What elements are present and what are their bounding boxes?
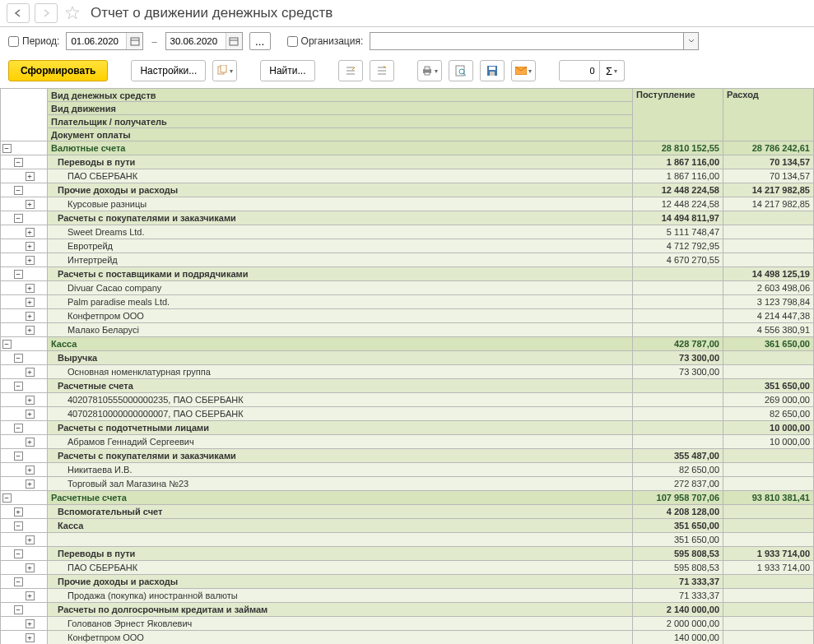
print-button[interactable] [417,60,442,81]
data-row[interactable]: −Расчеты с подотчетными лицами10 000,00 [1,421,814,435]
name-cell: Sweet Dreams Ltd. [48,225,633,239]
settings-button[interactable]: Настройки... [131,60,206,81]
data-row[interactable]: +40207810555000000235, ПАО СБЕРБАНК269 0… [1,393,814,407]
data-row[interactable]: +Конфетпром ООО140 000,00 [1,631,814,645]
data-row[interactable]: +Торговый зал Магазина №23272 837,00 [1,477,814,491]
data-row[interactable]: −Переводы в пути595 808,531 933 714,00 [1,547,814,561]
tree-toggle[interactable]: + [26,326,35,335]
name-cell: Переводы в пути [48,547,633,561]
tree-toggle[interactable]: − [14,549,23,558]
preview-button[interactable] [449,60,473,81]
data-row[interactable]: −Расчеты с покупателями и заказчиками14 … [1,211,814,225]
sum-button[interactable]: Σ [600,60,625,81]
data-row[interactable]: −Расчеты по долгосрочным кредитам и займ… [1,603,814,617]
num-input[interactable] [559,60,600,81]
org-checkbox[interactable] [287,36,298,47]
tree-toggle[interactable]: − [14,158,23,167]
data-row[interactable]: +Palm paradise meals Ltd.3 123 798,84 [1,295,814,309]
data-row[interactable]: +Основная номенклатурная группа73 300,00 [1,365,814,379]
date-to-input[interactable] [166,35,226,48]
tree-toggle[interactable]: − [14,452,23,461]
tree-toggle[interactable]: + [26,480,35,489]
tree-toggle[interactable]: + [26,256,35,265]
tree-toggle[interactable]: + [26,228,35,237]
data-row[interactable]: −Прочие доходы и расходы12 448 224,5814 … [1,183,814,197]
data-row[interactable]: +Евротрейд4 712 792,95 [1,239,814,253]
tree-toggle[interactable]: + [26,563,35,572]
tree-toggle[interactable]: + [26,591,35,600]
tree-toggle[interactable]: − [14,577,23,586]
back-button[interactable] [7,3,30,23]
tree-toggle[interactable]: − [2,144,12,153]
period-more-button[interactable]: ... [249,32,271,50]
tree-toggle[interactable]: + [26,312,35,321]
tree-toggle[interactable]: + [26,368,35,377]
tree-toggle[interactable]: + [26,298,35,307]
email-button[interactable] [511,60,536,81]
favorite-button[interactable] [63,3,82,23]
tree-toggle[interactable]: − [14,424,23,433]
data-row[interactable]: +Конфетпром ООО4 214 447,38 [1,309,814,323]
save-button[interactable] [480,60,505,81]
data-row[interactable]: +40702810000000000007, ПАО СБЕРБАНК82 65… [1,407,814,421]
tree-toggle[interactable]: + [26,172,35,181]
data-row[interactable]: −Расчеты с покупателями и заказчиками355… [1,449,814,463]
date-from-picker-button[interactable] [126,33,142,49]
data-row[interactable]: −Касса428 787,00361 650,00 [1,337,814,351]
data-row[interactable]: +Голованов Эрнест Яковлевич2 000 000,00 [1,617,814,631]
data-row[interactable]: −Валютные счета28 810 152,5528 786 242,6… [1,141,814,155]
period-checkbox[interactable] [8,36,19,47]
data-row[interactable]: +Малако Беларусі4 556 380,91 [1,323,814,337]
data-row[interactable]: −Расчеты с поставщиками и подрядчиками14… [1,267,814,281]
forward-button[interactable] [35,3,58,23]
variants-button[interactable] [212,60,237,81]
tree-toggle[interactable]: − [14,270,23,279]
tree-toggle[interactable]: − [2,340,12,349]
data-row[interactable]: +Никитаева И.В.82 650,00 [1,463,814,477]
tree-toggle[interactable]: + [26,466,35,475]
tree-toggle[interactable]: + [26,633,35,642]
date-from-input[interactable] [67,35,126,48]
data-row[interactable]: +Продажа (покупка) иностранной валюты71 … [1,589,814,603]
data-row[interactable]: −Расчетные счета107 958 707,0693 810 381… [1,491,814,505]
tree-toggle[interactable]: − [2,493,12,503]
tree-toggle[interactable]: − [14,521,23,530]
tree-toggle[interactable]: + [14,507,23,517]
date-to-picker-button[interactable] [226,33,242,49]
data-row[interactable]: +Вспомогательный счет4 208 128,00 [1,505,814,519]
tree-toggle[interactable]: + [26,396,35,405]
tree-toggle[interactable]: − [14,214,23,223]
tree-toggle[interactable]: + [26,284,35,293]
data-row[interactable]: −Выручка73 300,00 [1,351,814,365]
tree-toggle[interactable]: − [14,354,23,363]
data-row[interactable]: −Расчетные счета351 650,00 [1,379,814,393]
data-row[interactable]: −Касса351 650,00 [1,519,814,533]
data-row[interactable]: +ПАО СБЕРБАНК595 808,531 933 714,00 [1,561,814,575]
form-button[interactable]: Сформировать [8,60,108,81]
data-row[interactable]: +Divuar Cacao company2 603 498,06 [1,281,814,295]
tree-toggle[interactable]: − [14,605,23,614]
tree-toggle[interactable]: + [26,242,35,251]
tree-toggle[interactable]: + [26,619,35,628]
data-row[interactable]: +Интертрейд4 670 270,55 [1,253,814,267]
expand-button[interactable] [338,60,363,81]
data-row[interactable]: +Абрамов Геннадий Сергеевич10 000,00 [1,435,814,449]
data-row[interactable]: −Прочие доходы и расходы71 333,37 [1,575,814,589]
report-area[interactable]: Вид денежных средств Поступление Расход … [0,88,814,644]
expense-cell: 3 123 798,84 [723,295,814,309]
find-button[interactable]: Найти... [260,60,314,81]
org-dropdown-button[interactable] [684,32,699,50]
data-row[interactable]: +Sweet Dreams Ltd.5 111 748,47 [1,225,814,239]
tree-toggle[interactable]: − [14,186,23,195]
tree-toggle[interactable]: − [14,382,23,391]
tree-toggle[interactable]: + [26,410,35,419]
tree-toggle[interactable]: + [26,535,35,544]
tree-toggle[interactable]: + [26,200,35,209]
data-row[interactable]: +Курсовые разницы12 448 224,5814 217 982… [1,197,814,211]
tree-toggle[interactable]: + [26,438,35,447]
data-row[interactable]: +351 650,00 [1,533,814,547]
collapse-button[interactable] [370,60,394,81]
org-input[interactable] [370,32,684,50]
data-row[interactable]: −Переводы в пути1 867 116,0070 134,57 [1,155,814,169]
data-row[interactable]: +ПАО СБЕРБАНК1 867 116,0070 134,57 [1,169,814,183]
